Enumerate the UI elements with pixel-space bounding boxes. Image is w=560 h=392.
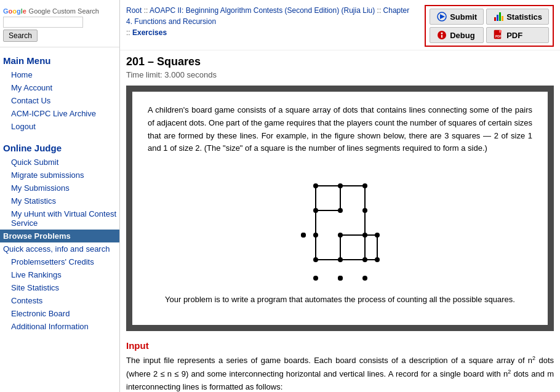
main-menu-title: Main Menu xyxy=(0,50,119,68)
google-custom-search-label: Google Google Custom Search xyxy=(3,6,116,15)
sidebar-item-home[interactable]: Home xyxy=(0,68,119,81)
input-text: The input file represents a series of ga… xyxy=(126,354,554,392)
main-content: Root :: AOAPC II: Beginning Algorithm Co… xyxy=(120,0,560,392)
submit-button[interactable]: Submit xyxy=(430,9,484,25)
sidebar-item-site-statistics[interactable]: Site Statistics xyxy=(0,281,119,294)
problem-description: A children's board game consists of a sq… xyxy=(148,104,532,155)
sidebar-item-quick-access[interactable]: Quick access, info and search xyxy=(0,242,119,255)
sidebar-item-my-account[interactable]: My Account xyxy=(0,81,119,94)
svg-marker-1 xyxy=(440,14,445,19)
input-title: Input xyxy=(126,340,554,351)
pdf-label: PDF xyxy=(506,31,522,40)
custom-search-text: Google Custom Search xyxy=(29,7,99,15)
problem-header: 201 – Squares Time limit: 3.000 seconds xyxy=(120,50,560,86)
svg-point-29 xyxy=(362,276,367,281)
sidebar-item-problemsetters-credits[interactable]: Problemsetters' Credits xyxy=(0,255,119,268)
sidebar: Google Google Custom Search Search Main … xyxy=(0,0,120,392)
pdf-icon: PDF xyxy=(493,30,504,41)
statistics-icon xyxy=(493,11,504,22)
debug-icon xyxy=(436,30,447,41)
svg-point-27 xyxy=(313,276,318,281)
online-judge-title: Online Judge xyxy=(0,138,119,156)
submit-icon xyxy=(436,11,447,22)
diagram-caption: Your problem is to write a program that … xyxy=(148,294,532,306)
sidebar-item-acm-icpc[interactable]: ACM-ICPC Live Archive xyxy=(0,107,119,120)
sidebar-item-contact-us[interactable]: Contact Us xyxy=(0,94,119,107)
debug-button[interactable]: Debug xyxy=(430,27,484,43)
problem-content-area: A children's board game consists of a sq… xyxy=(126,86,554,331)
sidebar-item-logout[interactable]: Logout xyxy=(0,120,119,133)
sidebar-item-my-submissions[interactable]: My Submissions xyxy=(0,182,119,194)
svg-point-43 xyxy=(301,233,306,238)
action-buttons-container: Submit Statistics xyxy=(425,5,554,47)
svg-rect-3 xyxy=(497,15,498,21)
breadcrumb-book[interactable]: AOAPC II: Beginning Algorithm Contests (… xyxy=(150,6,375,15)
breadcrumb: Root :: AOAPC II: Beginning Algorithm Co… xyxy=(126,5,415,38)
problem-title: 201 – Squares xyxy=(126,55,554,68)
breadcrumb-exercises[interactable]: Exercises xyxy=(132,28,167,37)
search-section: Google Google Custom Search Search xyxy=(0,3,119,47)
main-menu-section: Main Menu Home My Account Contact Us ACM… xyxy=(0,50,119,133)
svg-rect-4 xyxy=(499,12,501,21)
svg-text:PDF: PDF xyxy=(495,34,502,38)
pdf-button[interactable]: PDF PDF xyxy=(486,27,549,43)
top-bar: Root :: AOAPC II: Beginning Algorithm Co… xyxy=(120,0,560,50)
sidebar-item-live-rankings[interactable]: Live Rankings xyxy=(0,268,119,281)
sidebar-item-browse-problems[interactable]: Browse Problems xyxy=(0,230,119,242)
input-section: Input The input file represents a series… xyxy=(120,331,560,392)
sidebar-item-electronic-board[interactable]: Electronic Board xyxy=(0,307,119,320)
online-judge-section: Online Judge Quick Submit Migrate submis… xyxy=(0,138,119,333)
svg-rect-10 xyxy=(499,30,502,33)
time-limit: Time limit: 3.000 seconds xyxy=(126,70,554,79)
problem-inner: A children's board game consists of a sq… xyxy=(132,92,548,325)
sidebar-item-additional-information[interactable]: Additional Information xyxy=(0,320,119,333)
squares-diagram xyxy=(148,164,532,284)
statistics-label: Statistics xyxy=(506,12,542,22)
svg-rect-2 xyxy=(494,17,496,21)
search-input[interactable] xyxy=(3,17,83,28)
sidebar-item-migrate-submissions[interactable]: Migrate submissions xyxy=(0,169,119,182)
search-button[interactable]: Search xyxy=(3,30,38,42)
sidebar-item-my-statistics[interactable]: My Statistics xyxy=(0,194,119,207)
diagram-svg xyxy=(279,164,402,284)
svg-point-42 xyxy=(338,276,343,281)
sidebar-item-contests[interactable]: Contests xyxy=(0,294,119,307)
svg-rect-5 xyxy=(502,16,503,21)
debug-label: Debug xyxy=(450,31,474,40)
statistics-button[interactable]: Statistics xyxy=(486,9,549,25)
submit-label: Submit xyxy=(450,12,477,22)
sidebar-item-quick-submit[interactable]: Quick Submit xyxy=(0,156,119,169)
sidebar-item-uhunt[interactable]: My uHunt with Virtual Contest Service xyxy=(0,207,119,230)
svg-rect-8 xyxy=(441,35,442,38)
svg-point-7 xyxy=(441,33,443,34)
breadcrumb-root[interactable]: Root xyxy=(126,6,142,15)
breadcrumb-text: Root :: AOAPC II: Beginning Algorithm Co… xyxy=(126,6,409,37)
